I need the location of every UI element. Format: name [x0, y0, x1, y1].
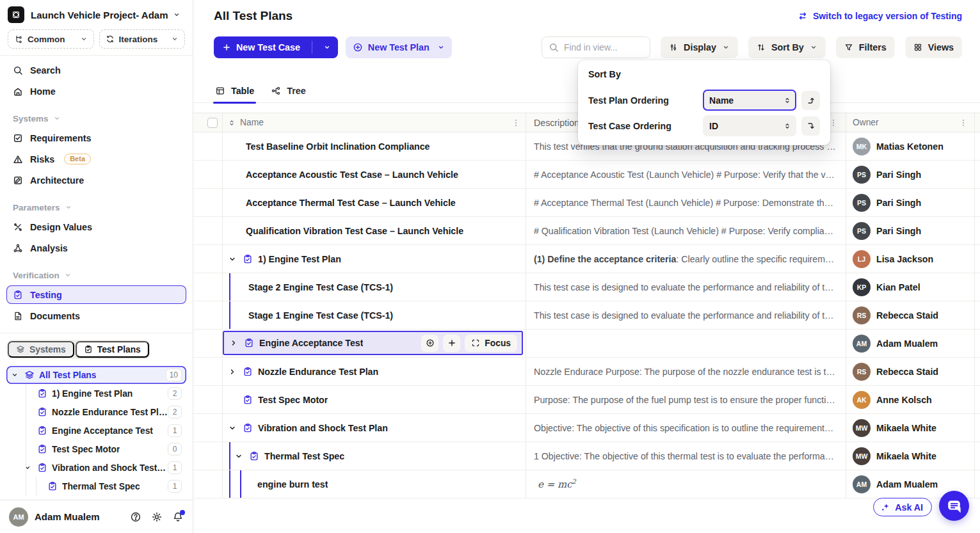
chevron-down-icon[interactable] [437, 44, 445, 51]
add-row-button[interactable] [443, 335, 460, 352]
tree-item-engine-acceptance-test[interactable]: Engine Acceptance Test1 [6, 422, 186, 440]
owner-name: Adam Mualem [876, 338, 938, 349]
legacy-version-link[interactable]: Switch to legacy version of Testing [798, 11, 962, 21]
sidebar-item-architecture[interactable]: Architecture [6, 171, 186, 189]
new-test-plan-button[interactable]: New Test Plan [346, 36, 452, 58]
beta-badge: Beta [64, 154, 91, 164]
view-control-iterations[interactable]: Iterations [99, 29, 186, 49]
project-name: Launch Vehicle Project- Adam [31, 10, 168, 20]
column-header-owner[interactable]: Owner [846, 113, 975, 132]
chevron-down-icon[interactable] [10, 371, 19, 379]
name-cell-inner: Engine Acceptance TestFocus [223, 331, 523, 355]
table-row-acceptance-thermal-test-case-launch-vehicle[interactable]: Acceptance Thermal Test Case – Launch Ve… [193, 189, 980, 217]
chevron-down-icon[interactable] [234, 452, 243, 461]
sort-direction-button[interactable] [801, 116, 820, 136]
sort-by-button[interactable]: Sort By [748, 36, 826, 58]
display-button[interactable]: Display [661, 36, 738, 58]
sidebar-item-search[interactable]: Search [6, 61, 186, 79]
app-logo[interactable] [8, 6, 24, 23]
table-row-acceptance-acoustic-test-case-launch-vehicle[interactable]: Acceptance Acoustic Test Case – Launch V… [193, 161, 980, 189]
clipboard-icon [37, 388, 47, 399]
description-cell: Objective: The objective of this specifi… [526, 414, 846, 442]
table-row-thermal-test-spec[interactable]: Thermal Test Spec1 Objective: The object… [193, 442, 980, 470]
filters-button[interactable]: Filters [836, 36, 895, 58]
sort-select-test-case-ordering[interactable]: ID [703, 115, 796, 136]
table-row-vibration-and-shock-test-plan[interactable]: Vibration and Shock Test PlanObjective: … [193, 414, 980, 442]
table-row-engine-acceptance-test[interactable]: Engine Acceptance TestFocusAMAdam Mualem [193, 330, 980, 358]
column-menu-icon[interactable] [511, 118, 520, 127]
search-input[interactable] [564, 43, 643, 52]
chevron-down-icon [65, 203, 72, 211]
chevron-down-icon[interactable] [228, 424, 237, 433]
tree-item-label: 1) Engine Test Plan [52, 389, 133, 399]
sidebar-item-testing[interactable]: Testing [6, 285, 186, 304]
sidebar-item-analysis[interactable]: Analysis [6, 239, 186, 257]
sidebar-item-design-values[interactable]: Design Values [6, 218, 186, 236]
tree-item-test-spec-motor[interactable]: Test Spec Motor0 [6, 440, 186, 458]
views-button[interactable]: Views [905, 36, 962, 58]
tree-item-all-test-plans[interactable]: All Test Plans10 [6, 366, 186, 384]
tab-systems[interactable]: Systems [8, 341, 74, 358]
description-text: Nozzle Endurace Purpose: The purpose of … [534, 367, 838, 377]
sidebar-item-documents[interactable]: Documents [6, 306, 186, 325]
project-switcher[interactable]: Launch Vehicle Project- Adam [31, 10, 181, 20]
sidebar-item-risks[interactable]: RisksBeta [6, 150, 186, 168]
column-menu-icon[interactable] [829, 118, 838, 127]
sidebar-item-requirements[interactable]: Requirements [6, 129, 186, 147]
select-all-checkbox[interactable] [207, 118, 218, 128]
gear-icon[interactable] [151, 511, 163, 523]
section-header-systems[interactable]: Systems [6, 111, 186, 126]
add-test-case-button[interactable] [421, 335, 438, 352]
tree-item-label: Engine Acceptance Test [52, 426, 153, 436]
clipboard-icon [37, 407, 47, 417]
table-row-qualification-vibration-test-case-launch-vehicle[interactable]: Qualification Vibration Test Case – Laun… [193, 217, 980, 245]
sort-icon [757, 43, 766, 52]
table-row-nozzle-endurance-test-plan[interactable]: Nozzle Endurance Test PlanNozzle Endurac… [193, 358, 980, 386]
sidebar-item-home[interactable]: Home [6, 82, 186, 100]
column-header-name[interactable]: Name [223, 113, 526, 132]
tree-item-1-engine-test-plan[interactable]: 1) Engine Test Plan2 [6, 385, 186, 402]
chat-widget-button[interactable] [939, 491, 969, 521]
owner-name: Pari Singh [876, 226, 921, 236]
chevron-right-icon[interactable] [228, 367, 237, 376]
notifications-button[interactable] [172, 511, 184, 523]
new-test-case-button[interactable]: New Test Case [214, 36, 338, 58]
toolbar-buttons: DisplaySort ByFiltersViews [661, 36, 962, 58]
user-actions [130, 511, 184, 523]
tab-tree[interactable]: Tree [271, 79, 305, 103]
chevron-right-icon[interactable] [229, 338, 238, 347]
owner-cell: RSRebecca Staid [846, 358, 975, 385]
sort-direction-button[interactable] [801, 91, 820, 110]
tree-item-nozzle-endurance-test-plan[interactable]: Nozzle Endurance Test Plan2 [6, 403, 186, 421]
user-avatar[interactable]: AM [9, 507, 28, 527]
sort-row-label: Test Plan Ordering [588, 95, 703, 106]
column-menu-icon[interactable] [959, 118, 968, 127]
owner-avatar: MW [853, 447, 871, 465]
arrow-turn-down-icon [807, 122, 815, 131]
section-header-verification[interactable]: Verification [6, 267, 186, 283]
sort-by-panel: Sort By Test Plan OrderingNameTest Case … [578, 60, 830, 145]
chevron-down-icon[interactable] [23, 464, 32, 472]
view-control-common[interactable]: Common [8, 29, 94, 49]
tree-item-vibration-and-shock-test-plan[interactable]: Vibration and Shock Test Plan1 [6, 459, 186, 477]
chevron-down-icon[interactable] [317, 44, 338, 51]
focus-button[interactable]: Focus [465, 335, 517, 352]
ask-ai-button[interactable]: Ask AI [873, 498, 932, 516]
table-row-engine-burn-test[interactable]: engine burn teste = mc2AMAdam Mualem [193, 470, 980, 498]
table-row-test-spec-motor[interactable]: Test Spec MotorPurpose: The purpose of t… [193, 386, 980, 414]
help-icon[interactable] [130, 511, 141, 523]
tab-test-plans[interactable]: Test Plans [76, 341, 149, 358]
row-select-cell [202, 217, 223, 244]
name-cell: Acceptance Thermal Test Case – Launch Ve… [223, 189, 526, 216]
table-row-stage-2-engine-test-case-tcs-1[interactable]: Stage 2 Engine Test Case (TCS-1)This tes… [193, 273, 980, 301]
row-filler-cell [975, 273, 980, 301]
section-header-parameters[interactable]: Parameters [6, 200, 186, 215]
table-row-stage-1-engine-test-case-tcs-1[interactable]: Stage 1 Engine Test Case (TCS-1)This tes… [193, 301, 980, 330]
find-in-view-search[interactable] [542, 36, 650, 58]
table-row-1-engine-test-plan[interactable]: 1) Engine Test Plan(1) Define the accept… [193, 245, 980, 273]
tab-table[interactable]: Table [215, 79, 254, 103]
sort-select-test-plan-ordering[interactable]: Name [703, 90, 796, 111]
test-name: Acceptance Thermal Test Case – Launch Ve… [246, 198, 456, 208]
tree-item-thermal-test-spec[interactable]: Thermal Test Spec1 [6, 477, 186, 495]
chevron-down-icon[interactable] [228, 255, 237, 264]
